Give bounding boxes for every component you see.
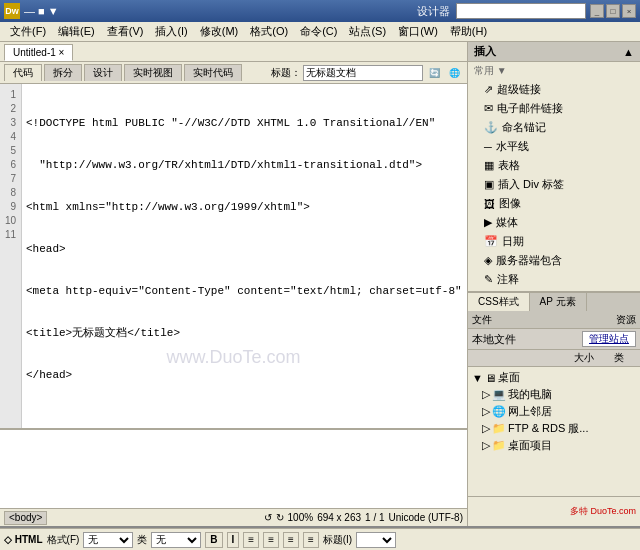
window-controls: _ □ × [590, 4, 636, 18]
insert-media[interactable]: ▶ 媒体 [468, 213, 640, 232]
cursor-position: 1 / 1 [365, 512, 384, 523]
menu-command[interactable]: 命令(C) [294, 22, 343, 41]
menu-format[interactable]: 格式(O) [244, 22, 294, 41]
live-view-tab[interactable]: 实时视图 [124, 64, 182, 81]
code-line-1: <!DOCTYPE html PUBLIC "-//W3C//DTD XHTML… [26, 116, 467, 130]
align-justify-button[interactable]: ≡ [303, 532, 319, 548]
code-line-2: "http://www.w3.org/TR/xhtml1/DTD/xhtml1-… [26, 158, 467, 172]
line-num-6: 6 [2, 158, 19, 172]
insert-email-link[interactable]: ✉ 电子邮件链接 [468, 99, 640, 118]
menu-site[interactable]: 站点(S) [343, 22, 392, 41]
insert-horizontal-rule[interactable]: ─ 水平线 [468, 137, 640, 156]
line-num-2: 2 [2, 102, 19, 116]
expand-icon-2: ▷ [482, 388, 490, 401]
bold-button[interactable]: B [205, 532, 222, 548]
menu-bar: 文件(F) 编辑(E) 查看(V) 插入(I) 修改(M) 格式(O) 命令(C… [0, 22, 640, 42]
menu-window[interactable]: 窗口(W) [392, 22, 444, 41]
col-size: 大小 [570, 350, 610, 366]
file-refresh-icon[interactable]: 🔄 [425, 65, 443, 81]
design-area [0, 428, 467, 508]
code-toolbar-icons: 标题： 🔄 🌐 [263, 65, 463, 81]
align-center-button[interactable]: ≡ [263, 532, 279, 548]
insert-named-anchor[interactable]: ⚓ 命名锚记 [468, 118, 640, 137]
class-select[interactable]: 无 [151, 532, 201, 548]
assets-tab-label[interactable]: 资源 [616, 313, 636, 327]
network-icon: 🌐 [492, 405, 506, 418]
hr-icon: ─ [484, 141, 492, 153]
insert-collapse-icon[interactable]: ▲ [623, 46, 634, 58]
ap-elements-tab[interactable]: AP 元素 [530, 293, 587, 311]
code-tab[interactable]: 代码 [4, 64, 42, 81]
undo-icon[interactable]: ↺ [264, 512, 272, 523]
code-editor[interactable]: 1 2 3 4 5 6 7 8 9 10 11 <!DOCTYPE html P… [0, 84, 467, 428]
tree-item-mycomputer[interactable]: ▷ 💻 我的电脑 [470, 386, 638, 403]
code-line-8 [26, 410, 467, 424]
align-left-button[interactable]: ≡ [243, 532, 259, 548]
menu-insert[interactable]: 插入(I) [149, 22, 193, 41]
file-tab[interactable]: Untitled-1 × [4, 44, 73, 61]
common-category-label[interactable]: 常用 ▼ [468, 62, 640, 80]
status-tag[interactable]: <body> [4, 511, 47, 525]
code-line-5: <meta http-equiv="Content-Type" content=… [26, 284, 467, 298]
align-right-button[interactable]: ≡ [283, 532, 299, 548]
code-view-toolbar: 代码 拆分 设计 实时视图 实时代码 标题： 🔄 🌐 [0, 62, 467, 84]
italic-button[interactable]: I [227, 532, 240, 548]
menu-file[interactable]: 文件(F) [4, 22, 52, 41]
close-button[interactable]: × [622, 4, 636, 18]
split-tab[interactable]: 拆分 [44, 64, 82, 81]
code-lines: 1 2 3 4 5 6 7 8 9 10 11 <!DOCTYPE html P… [0, 84, 467, 428]
div-icon: ▣ [484, 178, 494, 191]
css-styles-tab[interactable]: CSS样式 [468, 293, 530, 311]
manage-site-button[interactable]: 管理站点 [582, 331, 636, 347]
line-num-7: 7 [2, 172, 19, 186]
file-tab-bar: Untitled-1 × [0, 42, 467, 62]
insert-table[interactable]: ▦ 表格 [468, 156, 640, 175]
properties-bar-1: ◇ HTML 格式(F) 无 类 无 B I ≡ ≡ ≡ ≡ 标题(I) [0, 528, 640, 550]
redo-icon[interactable]: ↻ [276, 512, 284, 523]
insert-div[interactable]: ▣ 插入 Div 标签 [468, 175, 640, 194]
insert-server-include[interactable]: ◈ 服务器端包含 [468, 251, 640, 270]
line-num-10: 10 [2, 214, 19, 228]
expand-icon-4: ▷ [482, 422, 490, 435]
title-search-box [456, 3, 586, 19]
insert-hyperlink[interactable]: ⇗ 超级链接 [468, 80, 640, 99]
tree-item-ftp[interactable]: ▷ 📁 FTP & RDS 服... [470, 420, 638, 437]
insert-image[interactable]: 🖼 图像 [468, 194, 640, 213]
menu-help[interactable]: 帮助(H) [444, 22, 493, 41]
insert-date[interactable]: 📅 日期 [468, 232, 640, 251]
designer-dropdown[interactable]: 设计器 [417, 4, 450, 19]
live-code-tab[interactable]: 实时代码 [184, 64, 242, 81]
insert-comment[interactable]: ✎ 注释 [468, 270, 640, 289]
line-numbers: 1 2 3 4 5 6 7 8 9 10 11 [0, 84, 22, 428]
tree-item-desktop[interactable]: ▼ 🖥 桌面 [470, 369, 638, 386]
class-label: 类 [137, 533, 147, 547]
minimize-button[interactable]: _ [590, 4, 604, 18]
file-tab-label[interactable]: 文件 [472, 313, 492, 327]
local-files-label: 本地文件 [472, 332, 516, 347]
line-num-4: 4 [2, 130, 19, 144]
file-columns-header: 大小 类 [468, 350, 640, 367]
computer-icon: 💻 [492, 388, 506, 401]
format-select[interactable]: 无 [83, 532, 133, 548]
zoom-level: 100% [288, 512, 314, 523]
menu-edit[interactable]: 编辑(E) [52, 22, 101, 41]
code-content[interactable]: <!DOCTYPE html PUBLIC "-//W3C//DTD XHTML… [22, 84, 467, 428]
tree-item-network[interactable]: ▷ 🌐 网上邻居 [470, 403, 638, 420]
maximize-button[interactable]: □ [606, 4, 620, 18]
tree-item-desktop-projects[interactable]: ▷ 📁 桌面项目 [470, 437, 638, 454]
expand-icon-3: ▷ [482, 405, 490, 418]
dw-logo-icon: Dw [4, 3, 20, 19]
menu-view[interactable]: 查看(V) [101, 22, 150, 41]
line-num-1: 1 [2, 88, 19, 102]
file-browse-icon[interactable]: 🌐 [445, 65, 463, 81]
design-tab[interactable]: 设计 [84, 64, 122, 81]
title-search-input[interactable] [457, 6, 585, 17]
hyperlink-icon: ⇗ [484, 83, 493, 96]
page-size: 694 x 263 [317, 512, 361, 523]
menu-modify[interactable]: 修改(M) [194, 22, 245, 41]
main-layout: Untitled-1 × 代码 拆分 设计 实时视图 实时代码 标题： 🔄 🌐 … [0, 42, 640, 526]
line-num-11: 11 [2, 228, 19, 242]
title-label: 标题： [271, 66, 301, 80]
document-title-input[interactable] [303, 65, 423, 81]
heading-select[interactable] [356, 532, 396, 548]
